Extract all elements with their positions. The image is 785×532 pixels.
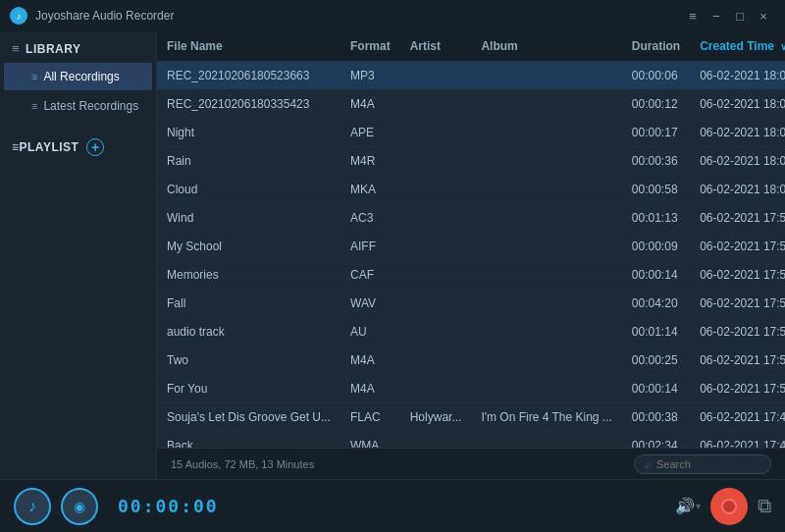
- column-header-format[interactable]: Format: [340, 31, 400, 62]
- sort-arrow-icon: ∨: [780, 41, 785, 52]
- volume-chevron-icon: ▾: [696, 501, 701, 511]
- table-row[interactable]: audio trackAU00:01:1406-02-2021 17:52: [157, 318, 785, 346]
- table-cell: 00:00:25: [622, 346, 690, 375]
- volume-button[interactable]: 🔊 ▾: [675, 497, 701, 515]
- table-cell: 06-02-2021 18:05: [690, 62, 785, 90]
- table-row[interactable]: WindAC300:01:1306-02-2021 17:59: [157, 204, 785, 233]
- table-cell: I'm On Fire 4 The King ...: [471, 403, 621, 432]
- table-row[interactable]: For YouM4A00:00:1406-02-2021 17:51: [157, 375, 785, 403]
- latest-recordings-label: Latest Recordings: [43, 99, 138, 113]
- table-cell: 06-02-2021 18:01: [690, 147, 785, 176]
- table-cell: 00:00:38: [622, 403, 690, 432]
- table-cell: For You: [157, 375, 340, 403]
- table-row[interactable]: CloudMKA00:00:5806-02-2021 18:01: [157, 176, 785, 204]
- recordings-table-container[interactable]: File Name Format Artist Album Duration: [157, 31, 785, 448]
- headphone-icon: ◉: [74, 499, 85, 514]
- table-cell: [471, 346, 621, 375]
- table-cell: [471, 233, 621, 261]
- close-button[interactable]: ×: [752, 4, 775, 27]
- table-cell: Night: [157, 119, 340, 147]
- table-cell: CAF: [340, 261, 400, 290]
- table-cell: 00:01:13: [622, 204, 690, 233]
- status-info: 15 Audios, 72 MB, 13 Minutes: [171, 458, 314, 470]
- record-inner-icon: [721, 499, 737, 514]
- split-icon: ⧉: [758, 495, 771, 517]
- table-cell: MP3: [340, 62, 400, 90]
- search-input[interactable]: [656, 458, 760, 470]
- table-cell: 06-02-2021 17:59: [690, 233, 785, 261]
- table-cell: My School: [157, 233, 340, 261]
- table-cell: Two: [157, 346, 340, 375]
- statusbar: 15 Audios, 72 MB, 13 Minutes ⌕: [157, 448, 785, 479]
- column-header-artist[interactable]: Artist: [400, 31, 472, 62]
- table-row[interactable]: RainM4R00:00:3606-02-2021 18:01: [157, 147, 785, 176]
- list-icon-2: ≡: [31, 100, 37, 112]
- menu-button[interactable]: ≡: [681, 4, 705, 27]
- table-cell: 00:02:34: [622, 432, 690, 449]
- table-cell: [471, 176, 621, 204]
- sidebar: ≡ LIBRARY ≡ All Recordings ≡ Latest Reco…: [0, 31, 157, 479]
- split-button[interactable]: ⧉: [758, 495, 771, 517]
- column-header-duration[interactable]: Duration: [622, 31, 690, 62]
- sidebar-item-latest-recordings[interactable]: ≡ Latest Recordings: [4, 92, 152, 120]
- table-cell: [400, 90, 472, 119]
- table-cell: MKA: [340, 176, 400, 204]
- table-cell: [471, 90, 621, 119]
- playerbar: ♪ ◉ 00:00:00 🔊 ▾ ⧉: [0, 479, 785, 532]
- table-cell: [400, 176, 472, 204]
- table-row[interactable]: NightAPE00:00:1706-02-2021 18:03: [157, 119, 785, 147]
- sidebar-item-all-recordings[interactable]: ≡ All Recordings: [4, 63, 152, 90]
- content-area: File Name Format Artist Album Duration: [157, 31, 785, 479]
- table-cell: 00:00:14: [622, 375, 690, 403]
- table-cell: 06-02-2021 17:48: [690, 403, 785, 432]
- table-cell: [400, 233, 472, 261]
- table-cell: 00:00:06: [622, 62, 690, 90]
- table-row[interactable]: BackWMA00:02:3406-02-2021 17:48: [157, 432, 785, 449]
- search-box[interactable]: ⌕: [634, 454, 771, 474]
- table-cell: 06-02-2021 17:52: [690, 318, 785, 346]
- table-cell: [400, 204, 472, 233]
- maximize-button[interactable]: □: [728, 4, 752, 27]
- table-cell: AIFF: [340, 233, 400, 261]
- playlist-label: PLAYLIST: [20, 140, 79, 154]
- table-cell: 06-02-2021 17:54: [690, 290, 785, 318]
- table-row[interactable]: REC_20210206180335423M4A00:00:1206-02-20…: [157, 90, 785, 119]
- table-cell: [400, 147, 472, 176]
- table-cell: 06-02-2021 18:01: [690, 176, 785, 204]
- column-header-created[interactable]: Created Time ∨: [690, 31, 785, 62]
- volume-icon: 🔊: [675, 497, 695, 515]
- add-playlist-button[interactable]: +: [86, 138, 104, 156]
- music-library-button[interactable]: ♪: [14, 488, 51, 525]
- headphone-button[interactable]: ◉: [61, 488, 98, 525]
- table-row[interactable]: Souja's Let Dis Groove Get U...FLACHolyw…: [157, 403, 785, 432]
- table-cell: APE: [340, 119, 400, 147]
- table-row[interactable]: TwoM4A00:00:2506-02-2021 17:52: [157, 346, 785, 375]
- table-row[interactable]: REC_20210206180523663MP300:00:0606-02-20…: [157, 62, 785, 90]
- table-cell: Cloud: [157, 176, 340, 204]
- table-cell: [400, 290, 472, 318]
- table-cell: [400, 375, 472, 403]
- table-row[interactable]: FallWAV00:04:2006-02-2021 17:54: [157, 290, 785, 318]
- table-cell: Wind: [157, 204, 340, 233]
- record-button[interactable]: [710, 488, 748, 525]
- table-row[interactable]: MemoriesCAF00:00:1406-02-2021 17:59: [157, 261, 785, 290]
- table-cell: [471, 261, 621, 290]
- app-icon: ♪: [10, 7, 27, 25]
- table-cell: 00:00:09: [622, 233, 690, 261]
- music-note-icon: ♪: [28, 498, 36, 515]
- library-label: LIBRARY: [26, 42, 80, 56]
- column-header-album[interactable]: Album: [471, 31, 621, 62]
- table-cell: Rain: [157, 147, 340, 176]
- table-cell: FLAC: [340, 403, 400, 432]
- column-header-filename[interactable]: File Name: [157, 31, 340, 62]
- table-cell: [400, 432, 472, 449]
- table-cell: REC_20210206180335423: [157, 90, 340, 119]
- table-cell: Souja's Let Dis Groove Get U...: [157, 403, 340, 432]
- recordings-table: File Name Format Artist Album Duration: [157, 31, 785, 448]
- table-cell: [400, 346, 472, 375]
- minimize-button[interactable]: −: [705, 4, 728, 27]
- table-row[interactable]: My SchoolAIFF00:00:0906-02-2021 17:59: [157, 233, 785, 261]
- table-cell: M4A: [340, 90, 400, 119]
- table-cell: WMA: [340, 432, 400, 449]
- time-display: 00:00:00: [118, 496, 219, 516]
